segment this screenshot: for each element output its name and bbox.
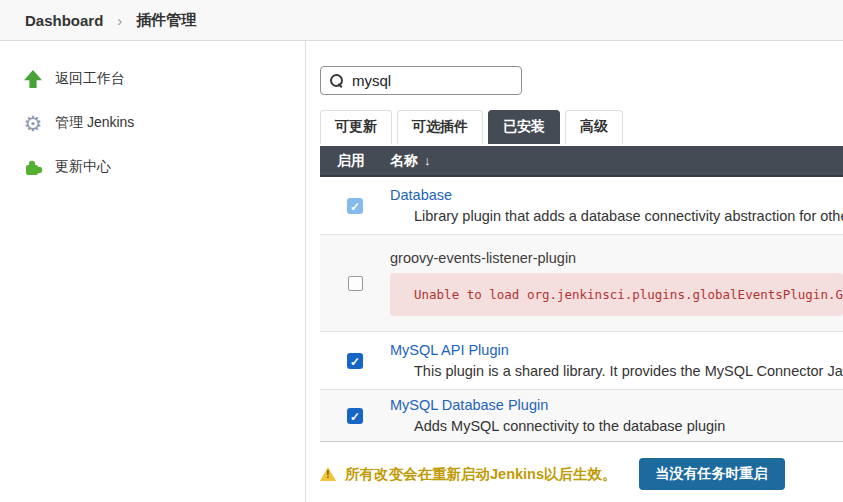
- warning-icon: [320, 467, 336, 481]
- column-header-name[interactable]: 名称↓: [390, 152, 843, 170]
- plugin-name-link[interactable]: Database: [390, 187, 452, 203]
- search-icon: [330, 74, 343, 87]
- gear-icon: ⚙: [22, 112, 44, 134]
- plugin-enabled-checkbox[interactable]: [348, 276, 363, 291]
- sidebar-item-label: 更新中心: [55, 158, 111, 176]
- plugin-description: Adds MySQL connectivity to the database …: [390, 418, 843, 434]
- column-header-enabled: 启用: [320, 152, 390, 170]
- sidebar: 返回工作台 ⚙ 管理 Jenkins 更新中心: [0, 41, 306, 502]
- plugin-description: Library plugin that adds a database conn…: [390, 208, 843, 224]
- installed-plugins-table: 启用 名称↓ Database Library plugin that adds…: [320, 146, 843, 442]
- plugin-load-error-message: Unable to load org.jenkinsci.plugins.glo…: [390, 273, 843, 316]
- breadcrumb-page-title: 插件管理: [136, 11, 196, 30]
- restart-warning-text: 所有改变会在重新启动Jenkins以后生效。: [345, 465, 617, 484]
- puzzle-icon: [22, 156, 44, 178]
- table-row: Database Library plugin that adds a data…: [320, 177, 843, 235]
- table-row: MySQL API Plugin This plugin is a shared…: [320, 332, 843, 390]
- tab-updates[interactable]: 可更新: [320, 110, 392, 144]
- tab-available[interactable]: 可选插件: [397, 110, 483, 144]
- up-arrow-icon: [22, 68, 44, 90]
- table-header-row: 启用 名称↓: [320, 146, 843, 177]
- plugin-manager-main: 可更新 可选插件 已安装 高级 启用 名称↓ Database Library …: [306, 41, 843, 502]
- plugin-tabs: 可更新 可选插件 已安装 高级: [320, 110, 843, 144]
- sidebar-item-label: 返回工作台: [55, 70, 125, 88]
- plugin-search-box[interactable]: [320, 66, 522, 95]
- restart-notice-bar: 所有改变会在重新启动Jenkins以后生效。 当没有任务时重启: [320, 458, 843, 490]
- plugin-enabled-checkbox[interactable]: [347, 353, 363, 369]
- plugin-name-link[interactable]: MySQL API Plugin: [390, 342, 509, 358]
- plugin-name-link[interactable]: MySQL Database Plugin: [390, 397, 548, 413]
- plugin-enabled-checkbox[interactable]: [347, 198, 363, 214]
- sidebar-item-label: 管理 Jenkins: [55, 114, 134, 132]
- restart-when-idle-button[interactable]: 当没有任务时重启: [639, 458, 785, 490]
- chevron-right-icon: ›: [117, 12, 122, 29]
- breadcrumb-dashboard-link[interactable]: Dashboard: [25, 12, 103, 29]
- plugin-enabled-checkbox[interactable]: [347, 408, 363, 424]
- plugin-description: This plugin is a shared library. It prov…: [390, 363, 843, 379]
- plugin-name: groovy-events-listener-plugin: [390, 250, 576, 266]
- breadcrumb: Dashboard › 插件管理: [0, 0, 843, 41]
- sidebar-item-back-to-dashboard[interactable]: 返回工作台: [0, 57, 305, 101]
- sidebar-item-manage-jenkins[interactable]: ⚙ 管理 Jenkins: [0, 101, 305, 145]
- table-row: MySQL Database Plugin Adds MySQL connect…: [320, 390, 843, 442]
- tab-installed[interactable]: 已安装: [488, 110, 560, 144]
- search-input[interactable]: [352, 72, 502, 89]
- column-header-name-label: 名称: [390, 152, 418, 168]
- sidebar-item-update-center[interactable]: 更新中心: [0, 145, 305, 189]
- tab-advanced[interactable]: 高级: [565, 110, 623, 144]
- table-row: groovy-events-listener-plugin Unable to …: [320, 235, 843, 332]
- sort-descending-icon: ↓: [424, 153, 431, 168]
